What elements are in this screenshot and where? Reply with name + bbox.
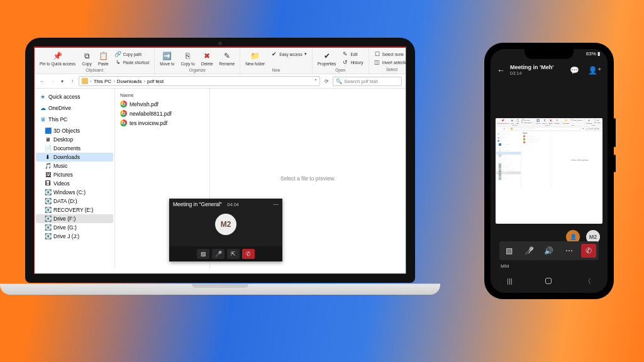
nav-this-pc[interactable]: 🖥This PC bbox=[36, 115, 113, 124]
back-button[interactable]: ← bbox=[38, 77, 46, 85]
breadcrumb-segment[interactable]: This PC bbox=[514, 128, 520, 130]
nav-item[interactable]: 💽RECOVERY (E:) bbox=[36, 206, 113, 214]
file-item[interactable]: Mehvish.pdf bbox=[115, 99, 209, 109]
back-button[interactable]: 〈 bbox=[584, 277, 591, 286]
file-item[interactable]: tes invoicew.pdf bbox=[521, 141, 552, 144]
nav-quick-access[interactable]: ★Quick access bbox=[496, 133, 521, 135]
camera-toggle-button[interactable]: ▧ bbox=[197, 249, 209, 259]
speaker-button[interactable]: 🔊 bbox=[541, 244, 557, 258]
pin-quick-access-button[interactable]: 📌 Pin to Quick access bbox=[497, 119, 509, 124]
nav-item[interactable]: 🖥Desktop bbox=[36, 135, 113, 144]
nav-onedrive[interactable]: ☁OneDrive bbox=[36, 104, 113, 112]
delete-button[interactable]: ✖Delete bbox=[548, 119, 553, 124]
select-none-button[interactable]: ☐Select none bbox=[373, 50, 406, 58]
chat-button[interactable]: 💬 bbox=[570, 66, 579, 75]
forward-button[interactable]: → bbox=[48, 77, 56, 85]
paste-shortcut-button[interactable]: ↳Paste shortcut bbox=[521, 121, 533, 124]
ribbon-group-new: 📁New folder ✔Easy access▾ New bbox=[240, 49, 313, 74]
up-button[interactable]: ↑ bbox=[69, 77, 76, 85]
camera-toggle-button[interactable]: ▧ bbox=[502, 244, 517, 258]
nav-item[interactable]: 🎞Videos bbox=[36, 179, 113, 188]
paste-button[interactable]: 📋 Paste bbox=[516, 119, 520, 124]
nav-item[interactable]: ⬇Downloads bbox=[36, 153, 113, 162]
refresh-button[interactable]: ⟳ bbox=[323, 77, 330, 85]
nav-item[interactable]: 💽Windows (C:) bbox=[36, 188, 113, 197]
rename-button[interactable]: ✎Rename bbox=[218, 50, 236, 67]
file-item[interactable]: tes invoicew.pdf bbox=[115, 118, 209, 128]
share-button[interactable]: ⇱ bbox=[227, 249, 240, 259]
teams-mini-window[interactable]: Meeting in "General" 04:04 — M2 ▧ 🎤 ⇱ ✆ bbox=[169, 199, 282, 261]
nav-this-pc[interactable]: 🖥This PC bbox=[496, 140, 521, 142]
new-folder-button[interactable]: 📁New folder bbox=[563, 119, 570, 124]
delete-button[interactable]: ✖Delete bbox=[200, 50, 214, 67]
forward-button[interactable]: → bbox=[500, 128, 502, 130]
nav-item[interactable]: 💽Drive J (J:) bbox=[496, 177, 521, 180]
move-to-button[interactable]: ➡️Move to bbox=[535, 119, 541, 124]
up-button[interactable]: ↑ bbox=[506, 128, 509, 130]
nav-item[interactable]: 🖼Pictures bbox=[36, 170, 113, 179]
properties-button[interactable]: ✔Properties bbox=[316, 50, 338, 67]
chevron-down-icon[interactable]: ˅ bbox=[579, 128, 580, 130]
breadcrumb[interactable]: › This PC › Downloads › pdf test ˅ bbox=[509, 127, 580, 130]
search-input[interactable]: 🔍 Search pdf test bbox=[333, 77, 402, 86]
paste-button[interactable]: 📋 Paste bbox=[97, 50, 110, 67]
breadcrumb-segment[interactable]: pdf test bbox=[147, 79, 164, 84]
breadcrumb-segment[interactable]: Downloads bbox=[522, 128, 530, 130]
pin-quick-access-button[interactable]: 📌 Pin to Quick access bbox=[38, 50, 77, 67]
edit-button[interactable]: ✎Edit bbox=[341, 50, 364, 58]
nav-item[interactable]: 💽Drive J (J:) bbox=[36, 232, 113, 241]
more-button[interactable]: ⋯ bbox=[562, 244, 577, 258]
nav-item[interactable]: 📄Documents bbox=[36, 144, 113, 153]
nav-item[interactable]: 🎵Music bbox=[36, 162, 113, 170]
nav-item[interactable]: 💽Drive (G:) bbox=[36, 223, 113, 232]
hangup-button[interactable]: ✆ bbox=[242, 249, 255, 259]
properties-button[interactable]: ✔Properties bbox=[586, 119, 592, 124]
breadcrumb[interactable]: › This PC › Downloads › pdf test ˅ bbox=[79, 76, 320, 86]
back-button[interactable]: ← bbox=[497, 128, 499, 130]
chevron-down-icon[interactable]: ˅ bbox=[314, 79, 317, 84]
copy-button[interactable]: ⧉ Copy bbox=[510, 119, 514, 124]
ribbon: 📌 Pin to Quick access ⧉ Copy 📋 Paste bbox=[35, 48, 406, 74]
ribbon: 📌 Pin to Quick access ⧉ Copy 📋 Paste bbox=[496, 118, 602, 126]
copy-path-button[interactable]: 🔗Copy path bbox=[114, 50, 151, 58]
recents-button[interactable]: ||| bbox=[507, 277, 513, 285]
nav-quick-access[interactable]: ★Quick access bbox=[36, 92, 113, 101]
shared-screen[interactable]: 📌 Pin to Quick access ⧉ Copy 📋 Paste bbox=[496, 118, 602, 224]
search-input[interactable]: 🔍 Search pdf test bbox=[585, 128, 602, 131]
copy-to-button[interactable]: ⎘Copy to bbox=[179, 50, 196, 67]
mic-toggle-button[interactable]: 🎤 bbox=[212, 249, 225, 259]
mic-toggle-button[interactable]: 🎤̸ bbox=[521, 244, 536, 258]
new-folder-button[interactable]: 📁New folder bbox=[244, 50, 266, 67]
recent-button[interactable]: ▾ bbox=[503, 128, 506, 130]
nav-icon: 💽 bbox=[45, 189, 51, 195]
home-button[interactable] bbox=[545, 278, 552, 284]
paste-shortcut-button[interactable]: ↳Paste shortcut bbox=[114, 58, 151, 66]
invert-selection-button[interactable]: ◫Invert selection bbox=[373, 58, 406, 66]
add-participant-button[interactable]: 👤⁺ bbox=[588, 66, 601, 75]
history-button[interactable]: ↺History bbox=[341, 58, 364, 66]
nav-icon: 🖥 bbox=[499, 146, 501, 148]
refresh-button[interactable]: ⟳ bbox=[582, 128, 584, 130]
nav-item[interactable]: 💽Drive (F:) bbox=[36, 214, 113, 223]
recent-button[interactable]: ▾ bbox=[58, 77, 66, 85]
breadcrumb-segment[interactable]: Downloads bbox=[117, 79, 142, 84]
file-item[interactable]: newlabel8811.pdf bbox=[115, 109, 209, 118]
breadcrumb-segment[interactable]: This PC bbox=[94, 79, 111, 84]
easy-access-button[interactable]: ✔Easy access▾ bbox=[571, 119, 583, 121]
minimize-button[interactable]: — bbox=[274, 201, 279, 207]
hangup-button[interactable]: ✆ bbox=[581, 244, 596, 258]
meeting-title: Meeting in 'Meh' bbox=[510, 64, 561, 70]
file-name: Mehvish.pdf bbox=[526, 135, 535, 137]
move-to-button[interactable]: ➡️Move to bbox=[158, 50, 175, 67]
column-header-name[interactable]: Name bbox=[115, 91, 209, 99]
nav-item[interactable]: 🟦3D Objects bbox=[36, 126, 113, 135]
easy-access-button[interactable]: ✔Easy access▾ bbox=[270, 50, 308, 58]
hangup-icon: ✆ bbox=[586, 246, 592, 255]
nav-item[interactable]: 💽DATA (D:) bbox=[36, 197, 113, 206]
back-button[interactable]: ← bbox=[497, 65, 505, 75]
breadcrumb-segment[interactable]: pdf test bbox=[531, 128, 536, 130]
nav-onedrive[interactable]: ☁OneDrive bbox=[496, 136, 521, 138]
copy-to-button[interactable]: ⎘Copy to bbox=[542, 119, 547, 124]
rename-button[interactable]: ✎Rename bbox=[554, 119, 560, 124]
copy-button[interactable]: ⧉ Copy bbox=[80, 50, 93, 67]
